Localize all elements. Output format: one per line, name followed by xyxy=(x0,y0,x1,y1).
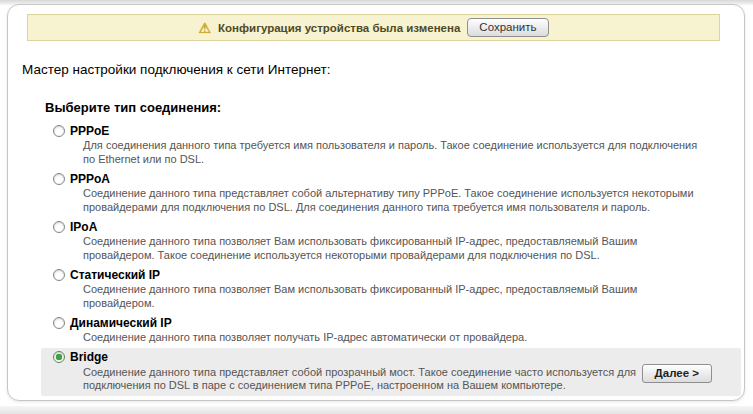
radio-pppoa[interactable] xyxy=(53,173,65,185)
option-label[interactable]: PPPoA xyxy=(70,172,110,186)
option-description: Соединение данного типа позволяет Вам ис… xyxy=(83,283,705,310)
option-pppoe[interactable]: PPPoE Для соединения данного типа требуе… xyxy=(41,121,741,169)
save-button[interactable]: Сохранить xyxy=(467,18,548,37)
connection-type-prompt: Выберите тип соединения: xyxy=(45,100,221,115)
option-description: Соединение данного типа представляет соб… xyxy=(83,366,705,393)
option-pppoa[interactable]: PPPoA Соединение данного типа представля… xyxy=(41,169,741,217)
option-label[interactable]: PPPoE xyxy=(70,124,109,138)
option-static-ip[interactable]: Статический IP Соединение данного типа п… xyxy=(41,265,741,313)
connection-type-list: PPPoE Для соединения данного типа требуе… xyxy=(41,121,741,396)
option-ipoa[interactable]: IPoA Соединение данного типа позволяет В… xyxy=(41,217,741,265)
option-label[interactable]: IPoA xyxy=(70,220,97,234)
option-dynamic-ip[interactable]: Динамический IP Соединение данного типа … xyxy=(41,313,741,348)
option-label[interactable]: Статический IP xyxy=(70,268,160,282)
page-bottom-edge xyxy=(0,406,753,414)
option-label[interactable]: Динамический IP xyxy=(70,316,172,330)
page-title: Мастер настройки подключения к сети Инте… xyxy=(22,62,330,77)
option-description: Для соединения данного типа требуется им… xyxy=(83,139,705,166)
radio-ipoa[interactable] xyxy=(53,221,65,233)
option-description: Соединение данного типа позволяет Вам ис… xyxy=(83,235,705,262)
radio-static-ip[interactable] xyxy=(53,269,65,281)
radio-bridge[interactable] xyxy=(53,351,65,363)
option-label[interactable]: Bridge xyxy=(70,350,108,364)
warning-icon: ⚠ xyxy=(198,21,211,35)
option-description: Соединение данного типа представляет соб… xyxy=(83,187,705,214)
radio-pppoe[interactable] xyxy=(53,125,65,137)
config-changed-banner: ⚠ Конфигурация устройства была изменена … xyxy=(27,14,720,41)
radio-dynamic-ip[interactable] xyxy=(53,317,65,329)
content-panel: ⚠ Конфигурация устройства была изменена … xyxy=(7,4,745,401)
option-description: Соединение данного типа позволяет получа… xyxy=(83,331,705,345)
router-admin-page: { "banner": { "warning_icon": "⚠", "mess… xyxy=(0,0,753,414)
option-bridge[interactable]: Bridge Соединение данного типа представл… xyxy=(41,348,741,396)
radio-dot xyxy=(56,354,62,360)
banner-message: Конфигурация устройства была изменена xyxy=(218,22,460,34)
next-button[interactable]: Далее > xyxy=(642,364,712,383)
